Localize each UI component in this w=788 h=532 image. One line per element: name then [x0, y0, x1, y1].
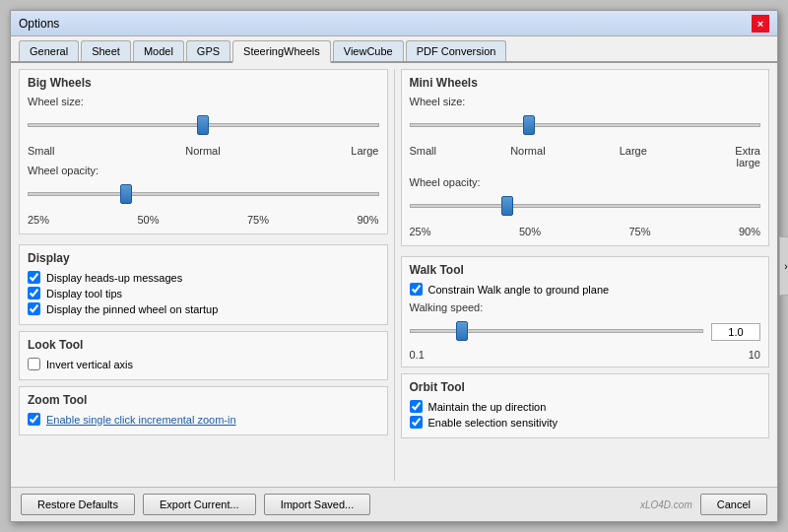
walking-speed-row: [410, 317, 761, 347]
footer-left: Restore Defaults Export Current... Impor…: [21, 494, 370, 515]
label-50: 50%: [137, 214, 159, 226]
left-panel: Big Wheels Wheel size: Small Normal Larg…: [19, 69, 395, 481]
mini-wheel-size-labels: Small Normal Large Extra large: [410, 145, 761, 168]
mini-label-75: 75%: [628, 226, 650, 237]
mini-label-normal: Normal: [510, 145, 545, 168]
mini-wheels-title: Mini Wheels: [410, 76, 761, 90]
mini-wheel-size-label: Wheel size:: [410, 96, 761, 107]
big-wheel-opacity-label: Wheel opacity:: [28, 165, 379, 176]
window-title: Options: [19, 17, 59, 31]
look-tool-checkbox-0: Invert vertical axis: [28, 358, 379, 370]
display-title: Display: [28, 251, 379, 265]
display-section: Display Display heads-up messages Displa…: [19, 244, 388, 325]
label-small: Small: [28, 145, 55, 157]
orbit-tool-checkbox-1-label: Enable selection sensitivity: [428, 417, 558, 429]
export-current-button[interactable]: Export Current...: [143, 494, 256, 515]
tab-viewcube[interactable]: ViewCube: [333, 40, 404, 61]
walk-tool-title: Walk Tool: [410, 263, 761, 277]
big-wheel-opacity-track: [28, 192, 379, 196]
label-normal: Normal: [185, 145, 220, 157]
walking-speed-input[interactable]: [711, 323, 760, 341]
import-saved-button[interactable]: Import Saved...: [264, 494, 371, 515]
big-wheels-section: Big Wheels Wheel size: Small Normal Larg…: [19, 69, 388, 234]
mini-label-large: Large: [620, 145, 647, 168]
footer-right: xLO4D.com Cancel: [640, 494, 767, 515]
mini-wheels-section: Mini Wheels Wheel size: Small Normal Lar…: [401, 69, 770, 246]
mini-wheel-opacity-slider[interactable]: [410, 192, 761, 222]
look-tool-checkbox-0-label: Invert vertical axis: [46, 359, 133, 370]
look-tool-section: Look Tool Invert vertical axis: [19, 331, 388, 380]
display-checkbox-2-label: Display the pinned wheel on startup: [46, 303, 218, 315]
label-large: Large: [351, 145, 378, 157]
tab-gps[interactable]: GPS: [186, 40, 230, 61]
mini-wheel-opacity-track: [410, 204, 761, 208]
tab-bar: General Sheet Model GPS SteeringWheels V…: [11, 36, 777, 63]
label-25: 25%: [28, 214, 49, 226]
tab-pdf[interactable]: PDF Conversion: [406, 40, 507, 61]
panels-wrapper: Big Wheels Wheel size: Small Normal Larg…: [11, 63, 777, 487]
big-wheel-opacity-labels: 25% 50% 75% 90%: [28, 214, 379, 226]
big-wheel-size-slider[interactable]: [28, 111, 379, 141]
dialog-window: Options × General Sheet Model GPS Steeri…: [10, 10, 778, 522]
zoom-tool-checkbox-0-input[interactable]: [28, 413, 40, 426]
zoom-tool-title: Zoom Tool: [28, 393, 379, 407]
walk-tool-checkbox-0-input[interactable]: [410, 283, 423, 296]
main-content: Big Wheels Wheel size: Small Normal Larg…: [11, 63, 777, 521]
walk-tool-checkbox-0: Constrain Walk angle to ground plane: [410, 283, 761, 296]
big-wheel-opacity-slider[interactable]: [28, 180, 379, 210]
restore-defaults-button[interactable]: Restore Defaults: [21, 494, 135, 515]
mini-wheel-opacity-label: Wheel opacity:: [410, 176, 761, 188]
display-checkbox-2-input[interactable]: [28, 302, 40, 315]
big-wheel-size-label: Wheel size:: [28, 96, 379, 107]
display-checkbox-0-input[interactable]: [28, 271, 40, 284]
label-75: 75%: [247, 214, 269, 226]
tab-model[interactable]: Model: [133, 40, 184, 61]
walk-tool-checkbox-0-label: Constrain Walk angle to ground plane: [428, 284, 610, 296]
orbit-tool-checkbox-0-input[interactable]: [410, 400, 423, 413]
walking-speed-track: [410, 329, 704, 333]
display-checkbox-1-label: Display tool tips: [46, 288, 122, 299]
title-bar: Options ×: [11, 11, 777, 36]
mini-label-small: Small: [410, 145, 437, 168]
sidebar-arrow[interactable]: ›: [779, 236, 788, 296]
orbit-tool-checkbox-1: Enable selection sensitivity: [410, 416, 761, 429]
display-checkbox-0: Display heads-up messages: [28, 271, 379, 284]
zoom-tool-checkbox-0-label: Enable single click incremental zoom-in: [46, 414, 236, 426]
display-checkbox-2: Display the pinned wheel on startup: [28, 302, 379, 315]
mini-label-extra-large: Extra large: [721, 145, 760, 168]
big-wheel-size-labels: Small Normal Large: [28, 145, 379, 157]
look-tool-checkbox-0-input[interactable]: [28, 358, 40, 370]
big-wheels-title: Big Wheels: [28, 76, 379, 90]
mini-wheel-opacity-thumb[interactable]: [501, 196, 513, 216]
mini-wheel-size-thumb[interactable]: [523, 115, 535, 135]
tab-general[interactable]: General: [19, 40, 79, 61]
mini-label-25: 25%: [410, 226, 431, 237]
speed-max: 10: [749, 349, 760, 361]
display-checkbox-0-label: Display heads-up messages: [46, 272, 182, 284]
display-checkbox-1-input[interactable]: [28, 287, 40, 299]
mini-wheel-size-track: [410, 123, 761, 127]
orbit-tool-section: Orbit Tool Maintain the up direction Ena…: [401, 373, 770, 438]
mini-label-50: 50%: [519, 226, 541, 237]
orbit-tool-checkbox-0: Maintain the up direction: [410, 400, 761, 413]
cancel-button[interactable]: Cancel: [700, 494, 767, 515]
mini-wheel-size-slider[interactable]: [410, 111, 761, 141]
tab-sheet[interactable]: Sheet: [81, 40, 131, 61]
big-wheel-size-thumb[interactable]: [197, 115, 209, 135]
close-button[interactable]: ×: [752, 15, 769, 33]
walking-speed-thumb[interactable]: [456, 321, 468, 341]
watermark: xLO4D.com: [640, 499, 692, 510]
walking-speed-label: Walking speed:: [410, 301, 761, 313]
walking-speed-slider[interactable]: [410, 317, 704, 347]
big-wheel-opacity-thumb[interactable]: [120, 184, 132, 204]
right-panel: Mini Wheels Wheel size: Small Normal Lar…: [395, 69, 770, 481]
walk-tool-section: Walk Tool Constrain Walk angle to ground…: [401, 256, 770, 367]
zoom-tool-checkbox-0: Enable single click incremental zoom-in: [28, 413, 379, 426]
tab-steeringwheels[interactable]: SteeringWheels: [232, 40, 331, 63]
display-checkbox-1: Display tool tips: [28, 287, 379, 299]
mini-wheel-opacity-labels: 25% 50% 75% 90%: [410, 226, 761, 237]
orbit-tool-checkbox-1-input[interactable]: [410, 416, 423, 429]
footer: Restore Defaults Export Current... Impor…: [11, 487, 777, 521]
label-90: 90%: [357, 214, 378, 226]
look-tool-title: Look Tool: [28, 338, 379, 352]
